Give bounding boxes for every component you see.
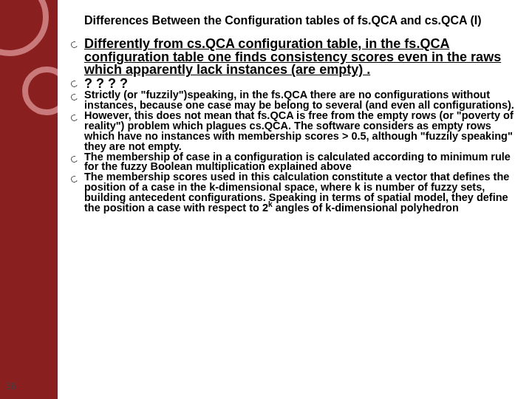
decorative-sidebar [0, 0, 58, 399]
bullet-item: Strictly (or "fuzzily")speaking, in the … [66, 90, 523, 111]
slide-title: Differences Between the Configuration ta… [84, 13, 523, 27]
bullet-item: Differently from cs.QCA configuration ta… [66, 38, 523, 77]
page-number: 36 [6, 381, 16, 392]
decorative-circle [0, 0, 49, 56]
bullet-item: The membership scores used in this calcu… [66, 172, 523, 214]
bullet-list: Differently from cs.QCA configuration ta… [66, 38, 523, 214]
bullet-item: The membership of case in a configuratio… [66, 152, 523, 173]
decorative-circle [22, 66, 58, 115]
bullet-item: However, this does not mean that fs.QCA … [66, 111, 523, 152]
slide-content: Differences Between the Configuration ta… [66, 13, 523, 214]
